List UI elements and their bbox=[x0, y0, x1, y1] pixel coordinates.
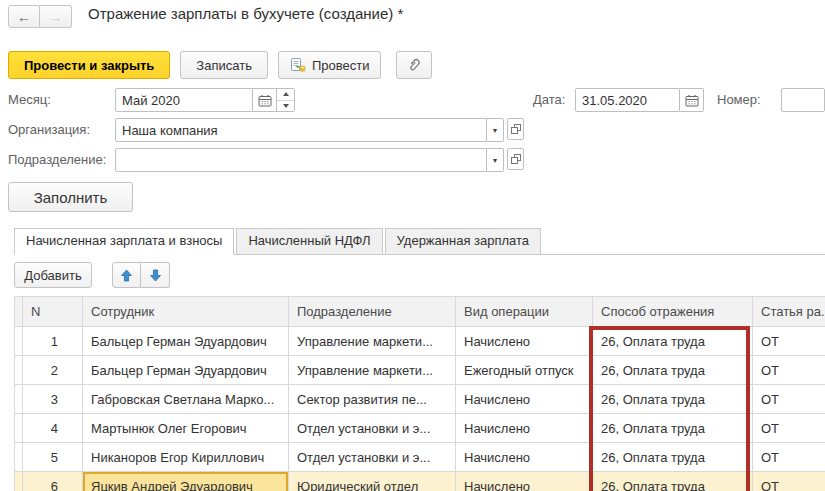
cell-n[interactable]: 2 bbox=[23, 356, 83, 385]
page-title: Отражение зарплаты в бухучете (создание)… bbox=[88, 5, 403, 22]
cell-operation[interactable]: Начислено bbox=[456, 472, 593, 491]
column-header-employee[interactable]: Сотрудник bbox=[83, 297, 289, 327]
post-button[interactable]: Провести bbox=[278, 51, 382, 79]
cell-employee[interactable]: Габровская Светлана Марко... bbox=[83, 385, 289, 414]
move-buttons bbox=[112, 262, 170, 288]
row-marker bbox=[15, 443, 23, 472]
cell-article[interactable]: ОТ bbox=[753, 356, 825, 385]
table-row: 5 Никаноров Егор Кириллович Отдел устано… bbox=[15, 443, 825, 472]
number-label: Номер: bbox=[717, 88, 761, 112]
cell-employee[interactable]: Бальцер Герман Эдуардович bbox=[83, 327, 289, 356]
column-header-reflection[interactable]: Способ отражения bbox=[593, 297, 753, 327]
department-input[interactable] bbox=[115, 148, 487, 172]
table-row: 4 Мартынюк Олег Егорович Отдел установки… bbox=[15, 414, 825, 443]
column-header-article[interactable]: Статья ра... bbox=[753, 297, 825, 327]
month-spinner bbox=[277, 88, 295, 112]
cell-article[interactable]: ОТ bbox=[753, 472, 825, 491]
cell-employee-active[interactable]: Яцкив Андрей Эдуардович bbox=[83, 472, 289, 491]
cell-department[interactable]: Юридический отдел bbox=[289, 472, 456, 491]
cell-operation[interactable]: Начислено bbox=[456, 327, 593, 356]
month-input[interactable] bbox=[115, 88, 253, 112]
month-field-group bbox=[115, 88, 295, 112]
list-toolbar: Добавить bbox=[14, 262, 170, 288]
cell-article[interactable]: ОТ bbox=[753, 327, 825, 356]
table-row: 3 Габровская Светлана Марко... Сектор ра… bbox=[15, 385, 825, 414]
cell-department[interactable]: Отдел установки и э... bbox=[289, 443, 456, 472]
organization-open-button[interactable] bbox=[507, 118, 524, 140]
cell-operation[interactable]: Ежегодный отпуск bbox=[456, 356, 593, 385]
calendar-icon bbox=[685, 94, 699, 107]
calendar-icon bbox=[258, 94, 272, 107]
cell-n[interactable]: 6 bbox=[23, 472, 83, 491]
cell-department[interactable]: Управление маркети... bbox=[289, 356, 456, 385]
cell-reflection[interactable]: 26, Оплата труда bbox=[593, 472, 753, 491]
month-calendar-button[interactable] bbox=[253, 88, 277, 112]
back-button[interactable]: ← bbox=[8, 5, 40, 28]
chevron-down-icon: ▼ bbox=[492, 157, 499, 164]
row-marker bbox=[15, 414, 23, 443]
date-calendar-button[interactable] bbox=[680, 88, 704, 112]
cell-operation[interactable]: Начислено bbox=[456, 385, 593, 414]
cell-article[interactable]: ОТ bbox=[753, 443, 825, 472]
post-and-close-button[interactable]: Провести и закрыть bbox=[8, 51, 170, 79]
attachments-button[interactable] bbox=[396, 51, 432, 79]
salary-reflection-window: ← → Отражение зарплаты в бухучете (созда… bbox=[0, 0, 825, 491]
cell-department[interactable]: Отдел установки и э... bbox=[289, 414, 456, 443]
column-header-department[interactable]: Подразделение bbox=[289, 297, 456, 327]
paperclip-icon bbox=[406, 57, 422, 73]
cell-department[interactable]: Управление маркети... bbox=[289, 327, 456, 356]
column-header-n[interactable]: N bbox=[23, 297, 83, 327]
table-row: 2 Бальцер Герман Эдуардович Управление м… bbox=[15, 356, 825, 385]
move-up-button[interactable] bbox=[112, 262, 141, 288]
cell-operation[interactable]: Начислено bbox=[456, 443, 593, 472]
forward-button[interactable]: → bbox=[40, 5, 72, 28]
date-input[interactable] bbox=[575, 88, 680, 112]
cell-operation[interactable]: Начислено bbox=[456, 414, 593, 443]
organization-label: Организация: bbox=[8, 118, 90, 142]
cell-reflection[interactable]: 26, Оплата труда bbox=[593, 385, 753, 414]
cell-reflection[interactable]: 26, Оплата труда bbox=[593, 443, 753, 472]
month-spin-up-button[interactable] bbox=[277, 89, 294, 101]
department-open-button[interactable] bbox=[507, 148, 524, 170]
back-arrow-icon: ← bbox=[17, 9, 31, 25]
history-nav: ← → bbox=[8, 5, 72, 28]
cell-n[interactable]: 1 bbox=[23, 327, 83, 356]
cell-reflection[interactable]: 26, Оплата труда bbox=[593, 414, 753, 443]
arrow-down-icon bbox=[149, 269, 162, 282]
column-header-operation[interactable]: Вид операции bbox=[456, 297, 593, 327]
cell-n[interactable]: 4 bbox=[23, 414, 83, 443]
cell-article[interactable]: ОТ bbox=[753, 414, 825, 443]
spin-down-icon bbox=[283, 104, 289, 108]
month-spin-down-button[interactable] bbox=[277, 101, 294, 112]
move-down-button[interactable] bbox=[141, 262, 170, 288]
tab-accrued-ndfl[interactable]: Начисленный НДФЛ bbox=[236, 228, 382, 254]
department-dropdown-button[interactable]: ▼ bbox=[487, 148, 504, 172]
fill-button[interactable]: Заполнить bbox=[8, 182, 133, 212]
row-marker-header bbox=[15, 297, 23, 327]
tab-accrued-salary-contributions[interactable]: Начисленная зарплата и взносы bbox=[14, 228, 234, 255]
chevron-down-icon: ▼ bbox=[492, 127, 499, 134]
organization-dropdown-button[interactable]: ▼ bbox=[487, 118, 504, 142]
number-input[interactable] bbox=[781, 88, 825, 112]
row-marker bbox=[15, 327, 23, 356]
cell-reflection[interactable]: 26, Оплата труда bbox=[593, 356, 753, 385]
cell-n[interactable]: 5 bbox=[23, 443, 83, 472]
cell-reflection[interactable]: 26, Оплата труда bbox=[593, 327, 753, 356]
date-label: Дата: bbox=[533, 88, 565, 112]
add-row-button[interactable]: Добавить bbox=[14, 262, 92, 288]
cell-department[interactable]: Сектор развития пе... bbox=[289, 385, 456, 414]
cell-employee[interactable]: Бальцер Герман Эдуардович bbox=[83, 356, 289, 385]
forward-arrow-icon: → bbox=[49, 9, 63, 25]
organization-field-group: ▼ bbox=[115, 118, 504, 142]
cell-employee[interactable]: Мартынюк Олег Егорович bbox=[83, 414, 289, 443]
save-button[interactable]: Записать bbox=[180, 51, 268, 79]
cell-article[interactable]: ОТ bbox=[753, 385, 825, 414]
cell-n[interactable]: 3 bbox=[23, 385, 83, 414]
organization-input[interactable] bbox=[115, 118, 487, 142]
post-document-icon bbox=[290, 57, 306, 73]
tab-withheld-salary[interactable]: Удержанная зарплата bbox=[385, 228, 541, 254]
arrow-up-icon bbox=[120, 269, 133, 282]
cell-employee[interactable]: Никаноров Егор Кириллович bbox=[83, 443, 289, 472]
row-marker bbox=[15, 385, 23, 414]
open-form-icon bbox=[510, 123, 522, 135]
